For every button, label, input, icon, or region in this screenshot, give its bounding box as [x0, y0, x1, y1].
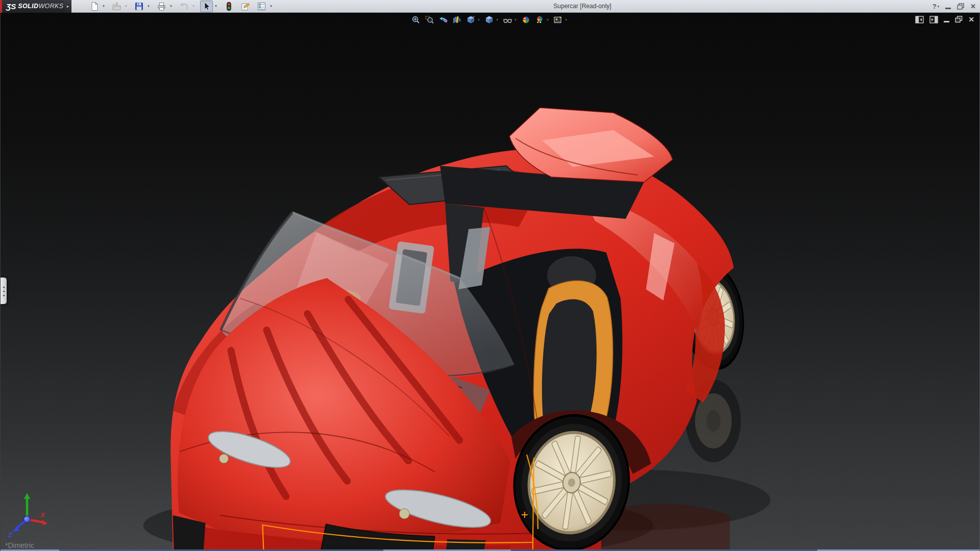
new-document-button[interactable] — [88, 1, 101, 12]
edit-appearance-icon — [521, 15, 530, 24]
display-style-dropdown[interactable]: ▾ — [495, 18, 500, 22]
close-icon: ✕ — [970, 3, 976, 10]
open-icon — [112, 2, 121, 11]
flyout-arrow-icon: ▸ — [67, 4, 69, 9]
document-minimize-icon — [944, 21, 949, 22]
apply-scene-icon — [535, 15, 544, 24]
select-cursor-icon — [202, 2, 211, 11]
triad-x-label: X — [40, 511, 45, 519]
document-close-icon: ✕ — [968, 15, 974, 23]
zoom-to-area-button[interactable] — [424, 14, 435, 25]
view-orientation-label: *Dimetric — [5, 541, 34, 549]
help-button[interactable]: ? ▾ — [933, 0, 939, 13]
previous-view-icon — [438, 15, 448, 24]
save-icon — [134, 2, 144, 11]
restore-icon — [957, 3, 964, 10]
apply-scene-dropdown[interactable]: ▾ — [546, 18, 550, 22]
select-button[interactable] — [200, 1, 213, 12]
print-dropdown[interactable]: ▾ — [168, 1, 174, 12]
restore-button[interactable] — [957, 0, 964, 13]
view-settings-icon — [553, 15, 562, 24]
edit-properties-icon — [240, 2, 250, 11]
pane-left-button[interactable] — [915, 16, 924, 23]
display-style-icon — [484, 15, 494, 24]
interference-traffic-light-icon — [224, 2, 234, 11]
hide-show-items-icon — [503, 15, 512, 24]
undo-icon — [179, 2, 189, 11]
document-restore-button[interactable] — [955, 16, 963, 23]
reference-triad: X Z — [7, 489, 52, 538]
open-button[interactable] — [110, 1, 123, 12]
minimize-button[interactable] — [945, 0, 951, 13]
view-settings-button[interactable] — [552, 14, 564, 25]
options-button[interactable] — [255, 1, 268, 12]
document-minimize-button[interactable] — [944, 16, 949, 22]
apply-scene-button[interactable] — [534, 14, 546, 25]
collapse-arrow-icon: ◂ — [3, 293, 5, 297]
model-render — [1, 13, 979, 551]
solidworks-logo-light: WORKS — [38, 3, 63, 10]
collapse-arrow-icon: ◂ — [3, 289, 5, 293]
pane-right-button[interactable] — [929, 16, 938, 23]
window-controls: ? ▾ ✕ — [933, 0, 976, 13]
edit-appearance-button[interactable] — [520, 14, 532, 25]
select-dropdown[interactable]: ▾ — [213, 1, 219, 12]
options-icon — [257, 2, 266, 11]
document-window-controls: ✕ — [915, 15, 974, 23]
hide-show-items-dropdown[interactable]: ▾ — [513, 18, 518, 22]
hide-show-items-button[interactable] — [502, 14, 513, 25]
interference-button[interactable] — [223, 1, 235, 12]
feature-panel-collapse-tab[interactable]: ◂ ◂ ◂ — [1, 278, 7, 304]
print-button[interactable] — [155, 1, 168, 12]
solidworks-logo-glyph: ƷS — [6, 2, 16, 11]
menu-flyout-tab[interactable]: ▸ — [64, 0, 71, 13]
document-close-button[interactable]: ✕ — [968, 15, 974, 23]
previous-view-button[interactable] — [437, 14, 449, 25]
view-settings-dropdown[interactable]: ▾ — [564, 18, 569, 22]
zoom-to-fit-icon — [411, 15, 420, 24]
zoom-to-fit-button[interactable] — [410, 14, 422, 25]
headsup-view-toolbar: ▾ ▾ ▾ — [410, 14, 571, 25]
collapse-arrow-icon: ◂ — [3, 285, 5, 289]
options-dropdown[interactable]: ▾ — [268, 1, 274, 12]
pane-left-icon — [915, 16, 924, 23]
open-dropdown[interactable]: ▾ — [123, 1, 129, 12]
solidworks-logo: ƷS SOLID WORKS — [0, 0, 64, 13]
new-document-dropdown[interactable]: ▾ — [101, 1, 107, 12]
solidworks-logo-bold: SOLID — [18, 3, 38, 10]
minimize-icon — [945, 8, 951, 9]
save-dropdown[interactable]: ▾ — [145, 1, 152, 12]
zoom-to-area-icon — [425, 15, 434, 24]
pane-right-icon — [929, 16, 938, 23]
graphics-viewport[interactable]: ▾ ▾ ▾ — [0, 13, 980, 551]
checker-flag — [537, 21, 542, 23]
standard-toolbar: ▾ ▾ — [88, 1, 278, 12]
view-orientation-icon — [466, 15, 475, 24]
save-button[interactable] — [133, 1, 145, 12]
edit-properties-button[interactable] — [239, 1, 252, 12]
document-title: Supercar [Read-only] — [553, 0, 611, 13]
section-view-icon — [452, 15, 461, 24]
view-orientation-button[interactable] — [465, 14, 477, 25]
title-bar: ƷS SOLID WORKS ▸ ▾ — [0, 0, 980, 13]
section-view-button[interactable] — [451, 14, 463, 25]
document-restore-icon — [955, 16, 963, 23]
view-orientation-dropdown[interactable]: ▾ — [477, 18, 481, 22]
close-button[interactable]: ✕ — [970, 0, 976, 13]
undo-button[interactable] — [178, 1, 190, 12]
triad-z-label: Z — [8, 531, 13, 538]
display-style-button[interactable] — [483, 14, 495, 25]
print-icon — [157, 2, 166, 11]
undo-dropdown[interactable]: ▾ — [190, 1, 197, 12]
new-document-icon — [89, 2, 99, 11]
help-icon: ? — [933, 3, 937, 10]
help-dropdown-icon: ▾ — [938, 5, 940, 9]
